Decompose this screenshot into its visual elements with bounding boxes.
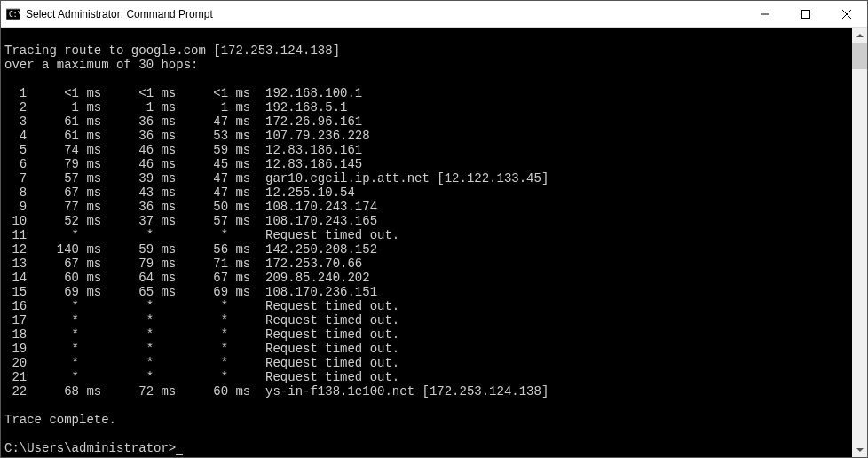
svg-marker-6 (856, 34, 864, 37)
window-controls (745, 1, 867, 27)
terminal-container: Tracing route to google.com [172.253.124… (1, 28, 867, 457)
window-title: Select Administrator: Command Prompt (26, 8, 745, 20)
cursor (176, 454, 183, 455)
scrollbar[interactable] (852, 28, 867, 457)
cmd-icon: C:\ (6, 7, 20, 21)
titlebar[interactable]: C:\ Select Administrator: Command Prompt (1, 1, 867, 28)
minimize-button[interactable] (745, 1, 785, 27)
terminal-output[interactable]: Tracing route to google.com [172.253.124… (1, 28, 852, 457)
scrollbar-thumb[interactable] (852, 43, 867, 69)
maximize-button[interactable] (785, 1, 826, 27)
scrollbar-up-button[interactable] (852, 28, 867, 43)
svg-text:C:\: C:\ (9, 11, 20, 19)
svg-marker-7 (856, 448, 864, 452)
close-button[interactable] (826, 1, 867, 27)
svg-rect-3 (802, 10, 810, 18)
scrollbar-down-button[interactable] (852, 442, 867, 457)
